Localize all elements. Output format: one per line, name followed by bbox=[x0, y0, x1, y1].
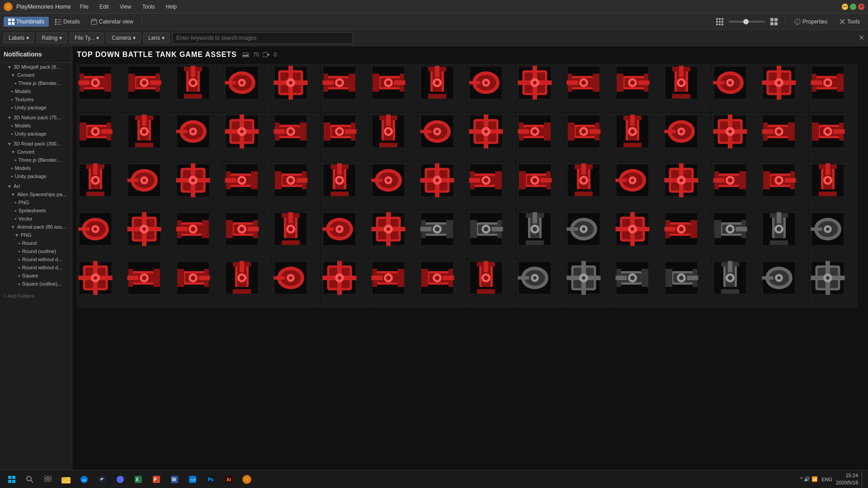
thumbnail-item[interactable] bbox=[419, 162, 467, 210]
edge-button[interactable] bbox=[76, 471, 92, 488]
thumbnail-item[interactable] bbox=[321, 64, 369, 112]
tools-button[interactable]: Tools bbox=[835, 17, 864, 27]
thumbnail-item[interactable] bbox=[565, 259, 613, 307]
thumbnail-item[interactable] bbox=[712, 162, 760, 210]
thumbnail-item[interactable] bbox=[272, 211, 320, 258]
filetype-filter[interactable]: File Ty... ▾ bbox=[70, 33, 104, 43]
playmemories-taskbar-button[interactable] bbox=[239, 471, 255, 488]
sidebar-item-minigolf[interactable]: ▼ 3D Minigolf pack (6... bbox=[0, 63, 72, 71]
thumbnail-item[interactable] bbox=[175, 259, 222, 307]
labels-filter[interactable]: Labels ▾ bbox=[4, 33, 34, 43]
thumbnail-item[interactable] bbox=[272, 64, 320, 112]
illustrator-button[interactable]: Ai bbox=[221, 471, 237, 488]
sidebar-item-models2[interactable]: ● Models bbox=[0, 122, 72, 130]
thumbnail-item[interactable] bbox=[126, 162, 174, 210]
thumbnail-item[interactable] bbox=[614, 113, 662, 161]
thumbnail-item[interactable] bbox=[712, 259, 760, 307]
sidebar-item-textures[interactable]: ● Textures bbox=[0, 95, 72, 103]
thumbnail-item[interactable] bbox=[760, 211, 808, 258]
thumbnail-item[interactable] bbox=[516, 259, 564, 307]
sidebar-item-round-without1[interactable]: ● Round without d... bbox=[0, 255, 72, 263]
thumbnail-item[interactable] bbox=[809, 211, 857, 258]
discord-button[interactable] bbox=[112, 471, 128, 488]
sidebar-item-alien[interactable]: ▼ Alien Spaceships pa... bbox=[0, 190, 72, 198]
search-taskbar-button[interactable] bbox=[22, 471, 38, 488]
thumbnail-item[interactable] bbox=[175, 64, 222, 112]
thumbnail-item[interactable] bbox=[614, 211, 662, 258]
thumbnail-item[interactable] bbox=[614, 259, 662, 307]
thumbnail-item[interactable] bbox=[321, 259, 369, 307]
thumbnail-item[interactable] bbox=[126, 259, 174, 307]
thumbnail-item[interactable] bbox=[370, 259, 418, 307]
thumbnail-item[interactable] bbox=[223, 64, 271, 112]
large-grid-button[interactable] bbox=[768, 15, 780, 28]
close-filter-button[interactable]: ✕ bbox=[859, 33, 864, 42]
menu-help[interactable]: Help bbox=[164, 3, 179, 11]
thumbnail-item[interactable] bbox=[565, 64, 613, 112]
thumbnail-item[interactable] bbox=[712, 64, 760, 112]
word-button[interactable]: W bbox=[166, 471, 183, 488]
excel-button[interactable]: X bbox=[130, 471, 146, 488]
thumbnail-item[interactable] bbox=[223, 113, 271, 161]
thumbnail-item[interactable] bbox=[467, 162, 515, 210]
sidebar-item-vector[interactable]: ● Vector bbox=[0, 215, 72, 223]
lens-filter[interactable]: Lens ▾ bbox=[143, 33, 170, 43]
powerpoint-button[interactable]: P bbox=[148, 471, 165, 488]
thumbnail-item[interactable] bbox=[419, 259, 467, 307]
thumbnail-item[interactable] bbox=[419, 211, 467, 258]
menu-file[interactable]: File bbox=[78, 3, 90, 11]
zoom-thumb[interactable] bbox=[743, 19, 749, 24]
sidebar-item-spritesheets[interactable]: ● Spritesheets bbox=[0, 206, 72, 215]
thumbnail-item[interactable] bbox=[175, 162, 222, 210]
sidebar-item-unity2[interactable]: ● Unity package bbox=[0, 130, 72, 138]
maximize-button[interactable]: □ bbox=[850, 4, 856, 10]
thumbnail-item[interactable] bbox=[370, 113, 418, 161]
task-view-button[interactable] bbox=[40, 471, 56, 488]
thumbnail-item[interactable] bbox=[760, 162, 808, 210]
thumbnail-item[interactable] bbox=[77, 211, 125, 258]
thumbnail-item[interactable] bbox=[126, 64, 174, 112]
sidebar-item-square-outline[interactable]: ● Square (outline)... bbox=[0, 280, 72, 288]
thumbnail-item[interactable] bbox=[272, 113, 320, 161]
sidebar-item-round-outline[interactable]: ● Round (outline) bbox=[0, 247, 72, 255]
thumbnail-item[interactable] bbox=[419, 64, 467, 112]
thumbnail-item[interactable] bbox=[516, 64, 564, 112]
thumbnail-item[interactable] bbox=[126, 211, 174, 258]
thumbnail-item[interactable] bbox=[272, 259, 320, 307]
sidebar-item-threejs2[interactable]: ● Three.js (Blender... bbox=[0, 156, 72, 164]
thumbnail-item[interactable] bbox=[565, 211, 613, 258]
details-button[interactable]: Details bbox=[51, 17, 85, 27]
sidebar-item-nature[interactable]: ▼ 3D Nature pack (75... bbox=[0, 113, 72, 122]
thumbnail-item[interactable] bbox=[467, 64, 515, 112]
thumbnails-button[interactable]: Thumbnails bbox=[4, 17, 49, 27]
thumbnail-item[interactable] bbox=[760, 259, 808, 307]
thumbnail-item[interactable] bbox=[809, 113, 857, 161]
show-desktop-button[interactable] bbox=[862, 471, 864, 488]
rating-filter[interactable]: Rating ▾ bbox=[37, 33, 67, 43]
thumbnail-item[interactable] bbox=[77, 162, 125, 210]
thumbnail-item[interactable] bbox=[516, 162, 564, 210]
thumbnail-item[interactable] bbox=[272, 162, 320, 210]
search-input[interactable] bbox=[172, 32, 353, 44]
thumbnail-item[interactable] bbox=[321, 211, 369, 258]
sidebar-item-road[interactable]: ▼ 3D Road pack (300... bbox=[0, 140, 72, 148]
thumbnail-item[interactable] bbox=[565, 113, 613, 161]
thumbnail-item[interactable] bbox=[712, 211, 760, 258]
thumbnail-item[interactable] bbox=[809, 64, 857, 112]
thumbnail-item[interactable] bbox=[321, 113, 369, 161]
photoshop-button[interactable]: Ps bbox=[203, 471, 219, 488]
steam-button[interactable] bbox=[94, 471, 110, 488]
thumbnail-item[interactable] bbox=[663, 211, 711, 258]
thumbnail-item[interactable] bbox=[663, 113, 711, 161]
thumbnail-item[interactable] bbox=[77, 259, 125, 307]
grid-view-button[interactable] bbox=[713, 15, 726, 28]
thumbnail-item[interactable] bbox=[614, 162, 662, 210]
sidebar-item-models3[interactable]: ● Models bbox=[0, 164, 72, 172]
add-folders-button[interactable]: + Add Folders bbox=[0, 290, 72, 302]
sidebar-item-unity3[interactable]: ● Unity package bbox=[0, 172, 72, 180]
sidebar-item-png2[interactable]: ▼ PNG bbox=[0, 231, 72, 239]
vscode-button[interactable]: </> bbox=[184, 471, 201, 488]
thumbnail-item[interactable] bbox=[809, 259, 857, 307]
thumbnail-item[interactable] bbox=[126, 113, 174, 161]
thumbnail-item[interactable] bbox=[175, 211, 222, 258]
